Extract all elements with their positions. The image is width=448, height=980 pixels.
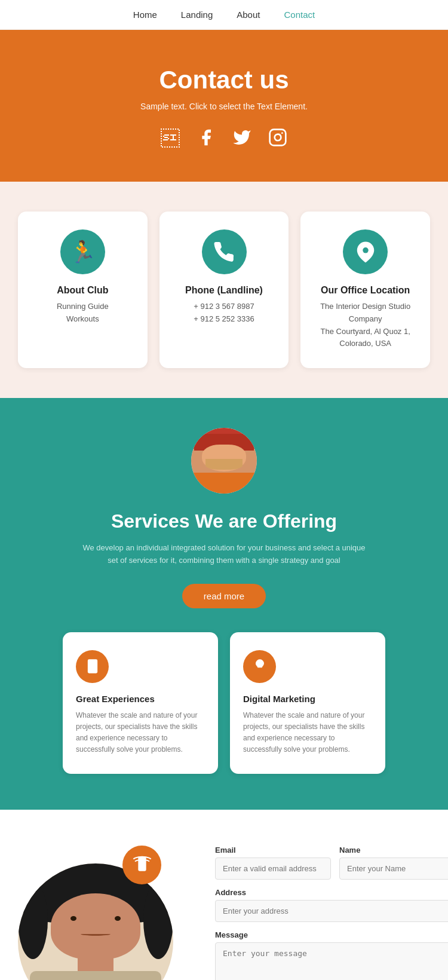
form-left-image <box>18 846 197 980</box>
name-input[interactable] <box>339 858 448 880</box>
location-title: Our Office Location <box>312 285 418 296</box>
location-card: Our Office Location The Interior Design … <box>300 212 430 368</box>
email-name-row: Email Name <box>215 846 448 880</box>
contact-form: Email Name Address Message SUBMIT Images… <box>215 846 448 980</box>
nav-contact[interactable]: Contact <box>284 10 315 20</box>
nav-about[interactable]: About <box>237 10 260 20</box>
nav-landing[interactable]: Landing <box>181 10 213 20</box>
twitter-icon[interactable] <box>232 128 251 152</box>
hero-title: Contact us <box>24 66 424 94</box>
location-icon <box>343 229 388 274</box>
navigation: Home Landing About Contact <box>0 0 448 30</box>
nav-home[interactable]: Home <box>133 10 157 20</box>
svg-rect-0 <box>270 130 286 146</box>
instagram-icon[interactable] <box>268 128 287 152</box>
svg-point-2 <box>363 247 369 253</box>
digital-marketing-card: Digital Marketing Whatever the scale and… <box>230 632 385 774</box>
email-label: Email <box>215 846 331 855</box>
message-input[interactable] <box>215 942 448 980</box>
address-label: Address <box>215 888 448 897</box>
about-club-card: 🏃 About Club Running Guide Workouts <box>18 212 148 368</box>
services-subtitle: We develop an individual integrated solu… <box>81 542 367 567</box>
digital-marketing-desc: Whatever the scale and nature of your pr… <box>243 710 372 756</box>
facebook-icon[interactable]:  <box>161 128 180 152</box>
digital-marketing-title: Digital Marketing <box>243 694 372 704</box>
message-group: Message <box>215 930 448 980</box>
name-group: Name <box>339 846 448 880</box>
contact-form-section: Email Name Address Message SUBMIT Images… <box>0 810 448 980</box>
hero-section: Contact us Sample text. Click to select … <box>0 30 448 182</box>
service-cards-row: Great Experiences Whatever the scale and… <box>24 632 424 774</box>
lightbulb-icon <box>243 650 276 683</box>
phone-icon <box>202 229 247 274</box>
read-more-button[interactable]: read more <box>182 584 266 608</box>
facebook-icon[interactable] <box>197 128 216 152</box>
about-club-title: About Club <box>30 285 136 296</box>
cards-section: 🏃 About Club Running Guide Workouts Phon… <box>0 182 448 398</box>
message-label: Message <box>215 930 448 939</box>
location-address2: The Courtyard, Al Quoz 1, Colorado, USA <box>312 326 418 351</box>
svg-rect-7 <box>138 857 146 871</box>
about-club-lines: Running Guide Workouts <box>30 301 136 326</box>
great-experiences-title: Great Experiences <box>76 694 205 704</box>
running-person-icon: 🏃 <box>60 229 105 274</box>
address-group: Address <box>215 888 448 922</box>
cards-row: 🏃 About Club Running Guide Workouts Phon… <box>18 212 430 368</box>
services-title: Services We are Offering <box>24 510 424 532</box>
great-experiences-card: Great Experiences Whatever the scale and… <box>63 632 218 774</box>
phone-badge <box>122 846 161 884</box>
social-icons:  <box>24 128 424 152</box>
services-section: Services We are Offering We develop an i… <box>0 398 448 809</box>
hero-subtitle: Sample text. Click to select the Text El… <box>24 102 424 111</box>
phone-title: Phone (Landline) <box>171 285 277 296</box>
location-address: The Interior Design Studio Company <box>312 301 418 326</box>
email-input[interactable] <box>215 858 331 880</box>
address-input[interactable] <box>215 900 448 922</box>
great-experiences-desc: Whatever the scale and nature of your pr… <box>76 710 205 756</box>
name-label: Name <box>339 846 448 855</box>
mobile-icon <box>76 650 109 683</box>
phone-numbers: + 912 3 567 8987 + 912 5 252 3336 <box>171 301 277 326</box>
email-group: Email <box>215 846 331 880</box>
services-avatar <box>191 428 257 494</box>
phone-card: Phone (Landline) + 912 3 567 8987 + 912 … <box>159 212 289 368</box>
